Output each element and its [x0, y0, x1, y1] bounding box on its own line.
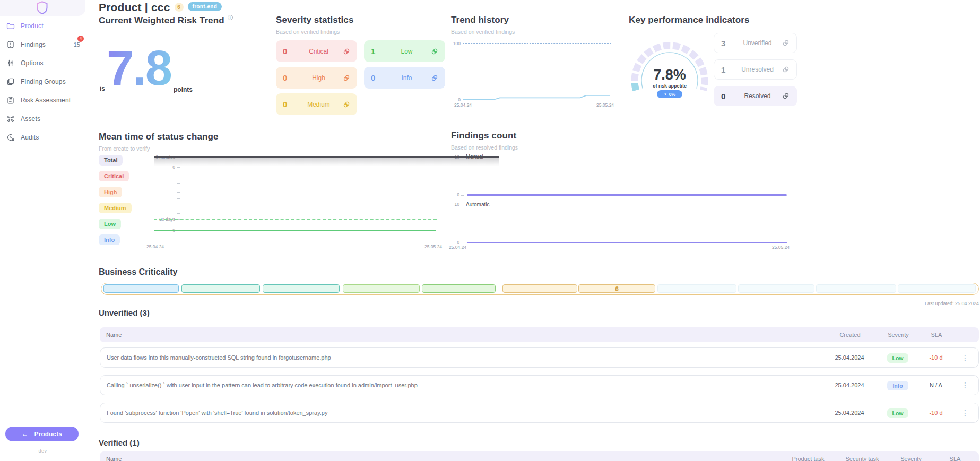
sidebar-item-audits[interactable]: Audits [0, 128, 85, 146]
assets-icon [6, 115, 15, 123]
low-mean-time-line [154, 230, 436, 231]
col-severity: Severity [879, 332, 917, 338]
sla-value: N / A [917, 382, 955, 388]
risk-trend-value: 7.8 [107, 44, 171, 92]
severity-card-medium[interactable]: 0 Medium [276, 93, 357, 115]
trend-y-max-label: 100 [445, 41, 461, 46]
verified-heading: Verified (1) [99, 438, 140, 447]
sidebar-item-product[interactable]: Product [0, 16, 85, 35]
sidebar-item-options[interactable]: Options [0, 54, 85, 72]
link-icon[interactable] [431, 48, 438, 55]
sidebar-item-label: Options [21, 59, 44, 67]
severity-badge: Low [887, 408, 908, 418]
arrow-down-icon: ▼ [664, 93, 667, 96]
mean-time-subtitle: From create to verify [99, 145, 150, 152]
row-menu-button[interactable]: ⋮ [961, 353, 969, 362]
link-icon[interactable] [782, 66, 790, 73]
fc-automatic-label: Automatic [466, 202, 489, 207]
legend-total[interactable]: Total [99, 155, 123, 166]
total-line-shadow [154, 158, 499, 166]
link-icon[interactable] [343, 74, 350, 82]
legend-high[interactable]: High [99, 187, 122, 197]
legend-low[interactable]: Low [99, 219, 121, 229]
finding-row[interactable]: Calling ` unserialize() ` with user inpu… [100, 375, 979, 395]
verified-table-header: Name Product task Security task Severity… [100, 451, 979, 461]
back-arrow-icon: ← [22, 431, 28, 437]
fc-x-end-label: 25.05.24 [772, 245, 790, 250]
sidebar-item-assets[interactable]: Assets [0, 109, 85, 128]
fc-x-start-label: 25.04.24 [449, 245, 466, 250]
sla-value: -10 d [917, 354, 955, 361]
criticality-segment-1 [103, 284, 179, 293]
gauge-label: of risk appetite [632, 83, 707, 89]
link-icon[interactable] [782, 39, 790, 47]
folder-icon [6, 22, 15, 30]
criticality-segment-6 [502, 284, 577, 293]
sidebar-item-findings[interactable]: Findings 15 4 [0, 35, 85, 54]
gauge-value: 7.8% [632, 67, 707, 83]
criticality-segment-3 [263, 284, 340, 293]
legend-critical[interactable]: Critical [99, 171, 129, 181]
back-to-products-button[interactable]: ← Products [5, 427, 79, 441]
dashboard-page: Product Findings 15 4 Options [0, 0, 980, 461]
low-sla-threshold-line [154, 219, 437, 220]
trend-history-title: Trend history [451, 15, 509, 25]
finding-row[interactable]: Found 'subprocess' function 'Popen' with… [100, 403, 979, 423]
kpi-title: Key performance indicators [629, 15, 749, 25]
automatic-findings-line [467, 242, 787, 243]
product-tag-badge: front-end [188, 2, 222, 11]
info-icon[interactable]: i [228, 15, 233, 20]
fc-auto-max: 10 [448, 202, 459, 207]
severity-card-low[interactable]: 1 Low [364, 40, 445, 62]
row-menu-button[interactable]: ⋮ [961, 408, 969, 417]
mt-x-start-label: 25.04.24 [146, 244, 164, 249]
kpi-card-unresolved[interactable]: 1 Unresolved [714, 59, 797, 80]
sidebar: Product Findings 15 4 Options [0, 0, 85, 461]
page-title: Product | ccc [99, 1, 170, 13]
findings-count-subtitle: Based on resolved findings [451, 144, 518, 151]
fc-manual-zero: 0 [451, 192, 459, 197]
notification-badge: 4 [77, 36, 84, 42]
trend-history-subtitle: Based on verified findings [451, 29, 515, 35]
business-criticality-title: Business Criticality [99, 267, 178, 277]
col-product-task: Product task [779, 456, 837, 461]
criticality-segment-4 [343, 284, 420, 293]
link-icon[interactable] [782, 92, 790, 100]
row-menu-button[interactable]: ⋮ [961, 381, 969, 389]
sidebar-item-label: Risk Assessment [21, 97, 71, 104]
col-name: Name [106, 332, 821, 338]
criticality-segment-10 [816, 284, 896, 293]
link-icon[interactable] [343, 48, 350, 55]
criticality-segment-11 [898, 284, 976, 293]
sidebar-item-risk-assessment[interactable]: Risk Assessment [0, 91, 85, 109]
back-to-products-label: Products [34, 431, 62, 437]
risk-trend-suffix: points [174, 86, 193, 93]
criticality-segment-9 [738, 284, 814, 293]
sidebar-item-finding-groups[interactable]: Finding Groups [0, 72, 85, 91]
criticality-badge: 6 [175, 3, 184, 12]
findings-count-title: Findings count [451, 131, 516, 141]
total-mean-time-line [154, 156, 499, 158]
severity-card-critical[interactable]: 0 Critical [276, 40, 357, 62]
legend-medium[interactable]: Medium [99, 203, 132, 213]
unverified-heading: Unverified (3) [99, 308, 150, 317]
link-icon[interactable] [431, 74, 438, 82]
severity-card-high[interactable]: 0 High [276, 67, 357, 89]
page-header: Product | ccc6front-end [99, 1, 222, 14]
col-created: Created [821, 332, 879, 338]
severity-badge: Low [887, 353, 908, 363]
severity-stats-title: Severity statistics [276, 15, 353, 25]
trend-history-line-chart [463, 42, 611, 105]
col-sla: SLA [934, 456, 976, 461]
finding-row[interactable]: User data flows into this manually-const… [100, 347, 979, 368]
kpi-card-resolved[interactable]: 0 Resolved [714, 86, 797, 106]
link-icon[interactable] [343, 101, 350, 108]
sla-value: -10 d [917, 410, 955, 416]
last-updated-label: Last updated: 25.04.2024 [820, 301, 979, 306]
col-security-task: Security task [837, 456, 888, 461]
layers-icon [6, 77, 15, 86]
severity-card-info[interactable]: 0 Info [364, 67, 445, 89]
kpi-card-unverified[interactable]: 3 Unverified [714, 33, 797, 53]
criticality-segment-7-value: 6 [578, 284, 655, 293]
legend-info[interactable]: Info [99, 234, 120, 245]
